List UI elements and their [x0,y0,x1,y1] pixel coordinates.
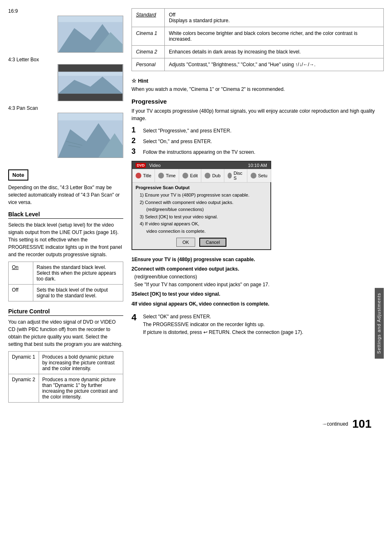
aspect-4-3-ps-section: 4:3 Pan Scan [8,105,123,158]
dvd-header-left: DVD Video [136,163,161,168]
dvd-logo: DVD [136,163,146,168]
dvd-menu-dub[interactable]: Dub [201,169,224,182]
standard-label: Standard [132,9,165,27]
dvd-title-icon [136,173,141,178]
picture-control-table: Dynamic 1 Produces a bold dynamic pictur… [8,351,123,403]
list-item: 1Ensure your TV is (480p) progressive sc… [131,256,384,264]
table-row: Personal Adjusts "Contrast," "Brightness… [132,58,384,71]
black-level-heading: Black Level [8,211,123,219]
step-1-num: 1 [131,126,140,134]
note-heading: Note [8,169,28,181]
page-number: 101 [352,417,371,431]
step-4-num: 4 [131,313,140,337]
standard-desc: OffDisplays a standard picture. [165,9,384,27]
step-1: 1 Select "Progressive," and press ENTER. [131,126,384,134]
dynamic1-label: Dynamic 1 [9,352,39,374]
dvd-edit-icon [182,173,188,178]
black-level-table: On Raises the standard black level. Sele… [8,262,123,301]
cinema2-label: Cinema 2 [132,46,165,58]
step-4: 4 Select "OK" and press ENTER. The PROGR… [131,313,384,337]
list-item: video connection is complete. [146,228,267,235]
list-item: 2) Connect with component video output j… [140,199,267,206]
table-row: Cinema 2 Enhances details in dark areas … [132,46,384,58]
list-item: (red/green/blue connections) [146,206,267,213]
page-footer: →continued 101 [8,417,384,431]
aspect-16-9-label: 16:9 [8,8,123,14]
aspect-4-3-lb-label: 4:3 Letter Box [8,57,123,63]
dvd-time-icon [158,173,164,178]
dynamic2-desc: Produces a more dynamic picture than "Dy… [39,374,123,403]
list-item: 3) Select [OK] to test your video signal… [140,213,267,221]
dvd-cancel-button[interactable]: Cancel [199,238,226,247]
dvd-content-title: Progressive Scan Output [136,185,267,190]
dvd-menu-time[interactable]: Time [155,169,179,182]
cinema1-desc: White colors become brighter and black c… [165,27,384,46]
hint-text: When you watch a movie, "Cinema 1" or "C… [131,86,384,93]
table-row: Cinema 1 White colors become brighter an… [132,27,384,46]
dvd-disc-icon [228,173,232,178]
dvd-channel: Video [149,163,161,168]
step-2-num: 2 [131,137,140,144]
note-text: Depending on the disc, "4:3 Letter Box" … [8,184,123,206]
dvd-screen: DVD Video 10:10 AM Title Time Edit [131,161,271,250]
personal-desc: Adjusts "Contrast," "Brightness," "Color… [165,58,384,71]
black-off-label: Off [9,285,33,301]
dvd-menu-edit[interactable]: Edit [179,169,201,182]
table-row: Off Sets the black level of the output s… [9,285,123,301]
step-3-num: 3 [131,148,140,155]
picture-mode-table: Standard OffDisplays a standard picture.… [131,8,384,71]
hint-title: ☆ Hint [131,78,384,84]
cinema1-label: Cinema 1 [132,27,165,46]
list-item: 4) If video signal appears OK, [140,220,267,228]
dvd-menu-title[interactable]: Title [132,169,155,182]
aspect-4-3-ps-image [58,113,123,158]
black-level-text: Selects the black level (setup level) fo… [8,221,123,258]
picture-control-text: You can adjust the video signal of DVD o… [8,318,123,348]
list-item: 1) Ensure your TV is (480P) progressive … [140,192,267,199]
black-on-desc: Raises the standard black level. Select … [33,262,123,285]
dvd-menu-disc[interactable]: Disc S [224,169,247,182]
progressive-text: If your TV accepts progressive (480p) fo… [131,107,384,122]
dvd-ok-button[interactable]: OK [176,238,195,247]
dynamic1-desc: Produces a bold dynamic picture by incre… [39,352,123,374]
aspect-4-3-lb-section: 4:3 Letter Box [8,57,123,101]
dvd-dub-icon [205,173,210,178]
dvd-content-list: 1) Ensure your TV is (480P) progressive … [140,192,267,235]
dvd-menu-bar: Title Time Edit Dub Disc S [132,169,270,183]
svg-rect-11 [58,113,122,120]
continued-text: →continued [322,421,348,427]
dvd-buttons: OK Cancel [136,238,267,247]
personal-label: Personal [132,58,165,71]
step-2: 2 Select "On," and press ENTER. [131,137,384,145]
hint-section: ☆ Hint When you watch a movie, "Cinema 1… [131,78,384,93]
aspect-4-3-lb-image [58,64,123,101]
left-column: 16:9 4:3 Letter Box [8,8,123,409]
table-row: On Raises the standard black level. Sele… [9,262,123,285]
step-2-text: Select "On," and press ENTER. [143,137,212,145]
step-3-text: Follow the instructions appearing on the… [143,148,255,156]
table-row: Dynamic 2 Produces a more dynamic pictur… [9,374,123,403]
table-row: Standard OffDisplays a standard picture. [132,9,384,27]
dvd-menu-setup[interactable]: Setu [247,169,271,182]
dvd-setup-icon [251,173,256,178]
aspect-16-9-image [58,16,123,53]
list-item: 4If video signal appears OK, video conne… [131,300,384,308]
table-row: Dynamic 1 Produces a bold dynamic pictur… [9,352,123,374]
step-4-text: Select "OK" and press ENTER. The PROGRES… [143,313,303,337]
picture-control-heading: Picture Control [8,308,123,316]
black-off-desc: Sets the black level of the output signa… [33,285,123,301]
cinema2-desc: Enhances details in dark areas by increa… [165,46,384,58]
aspect-16-9-section: 16:9 [8,8,123,53]
list-item: 3Select [OK] to test your video signal. [131,290,384,298]
side-tab: Settings and Adjustments [375,288,384,359]
dynamic2-label: Dynamic 2 [9,374,39,403]
dvd-header: DVD Video 10:10 AM [132,162,270,169]
progressive-heading: Progressive [131,98,384,105]
list-item: 2Connect with component video output jac… [131,265,384,289]
note-section: Note Depending on the disc, "4:3 Letter … [8,163,123,206]
right-column: Standard OffDisplays a standard picture.… [131,8,384,409]
svg-rect-3 [58,16,122,22]
svg-rect-7 [58,72,122,76]
hint-heading: Hint [138,78,148,84]
hint-icon: ☆ [131,78,136,84]
